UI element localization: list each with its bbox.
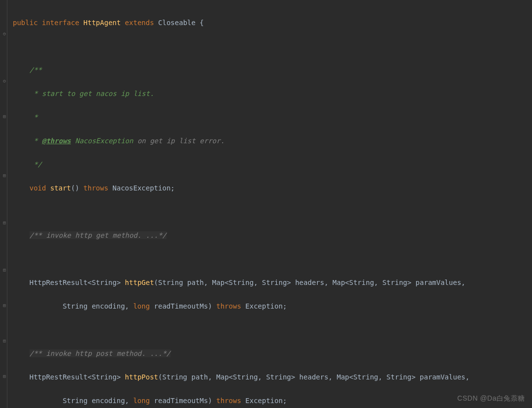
- keyword-throws: throws: [83, 184, 108, 192]
- code-editor: ⊖ ⊖ ⊞ ⊞ ⊞ ⊞ ⊞ ⊞ ⊞ public interface HttpA…: [0, 0, 532, 408]
- supertype: Closeable: [158, 19, 196, 27]
- javadoc-open: /**: [30, 66, 42, 74]
- method-sig: readTimeoutMs): [150, 302, 216, 310]
- keyword-interface: interface: [42, 19, 79, 27]
- fold-icon[interactable]: ⊞: [2, 339, 7, 344]
- keyword-long: long: [133, 397, 150, 405]
- brace-open: {: [196, 19, 204, 27]
- code-area[interactable]: public interface HttpAgent extends Close…: [9, 0, 532, 408]
- method-sig: (String path, Map<String, String> header…: [158, 373, 469, 381]
- method-sig: String encoding,: [30, 302, 133, 310]
- javadoc-close: */: [30, 160, 42, 168]
- keyword-void: void: [30, 184, 46, 192]
- javadoc-line: *: [30, 113, 38, 121]
- method-httpget: httpGet: [125, 279, 154, 286]
- watermark: CSDN @Da白兔萘糖: [457, 392, 525, 404]
- javadoc-line: * start to get nacos ip list.: [30, 90, 154, 97]
- javadoc-line: *: [30, 137, 42, 145]
- method-sig: String encoding,: [30, 397, 133, 405]
- method-sig: readTimeoutMs): [150, 397, 216, 405]
- folded-javadoc[interactable]: /** invoke http post method. ...*/: [30, 349, 171, 357]
- keyword-extends: extends: [125, 19, 154, 27]
- fold-icon[interactable]: ⊖: [2, 31, 7, 36]
- fold-icon[interactable]: ⊞: [2, 268, 7, 273]
- fold-icon[interactable]: ⊞: [2, 374, 7, 379]
- javadoc-text: NacosException: [71, 137, 133, 145]
- fold-icon[interactable]: ⊞: [2, 220, 7, 225]
- fold-icon[interactable]: ⊖: [2, 79, 7, 84]
- keyword-public: public: [13, 19, 38, 27]
- method-sig: (String path, Map<String, String> header…: [154, 279, 466, 286]
- keyword-throws: throws: [216, 397, 241, 405]
- method-sig: Exception;: [241, 302, 287, 310]
- method-httppost: httpPost: [125, 373, 158, 381]
- method-start: start: [50, 184, 71, 192]
- parens: (): [71, 184, 79, 192]
- fold-icon[interactable]: ⊞: [2, 114, 7, 119]
- fold-icon[interactable]: ⊞: [2, 173, 7, 178]
- throws-clause: NacosException;: [108, 184, 175, 192]
- keyword-long: long: [133, 302, 150, 310]
- fold-icon[interactable]: ⊞: [2, 303, 7, 308]
- return-type: HttpRestResult<String>: [30, 373, 125, 381]
- editor-gutter: ⊖ ⊖ ⊞ ⊞ ⊞ ⊞ ⊞ ⊞ ⊞: [0, 0, 9, 408]
- javadoc-text: on get ip list error.: [133, 137, 224, 145]
- folded-javadoc[interactable]: /** invoke http get method. ...*/: [30, 231, 166, 239]
- keyword-throws: throws: [216, 302, 241, 310]
- method-sig: Exception;: [241, 397, 287, 405]
- type-name: HttpAgent: [83, 19, 121, 27]
- javadoc-tag: @throws: [42, 137, 71, 145]
- return-type: HttpRestResult<String>: [30, 279, 125, 286]
